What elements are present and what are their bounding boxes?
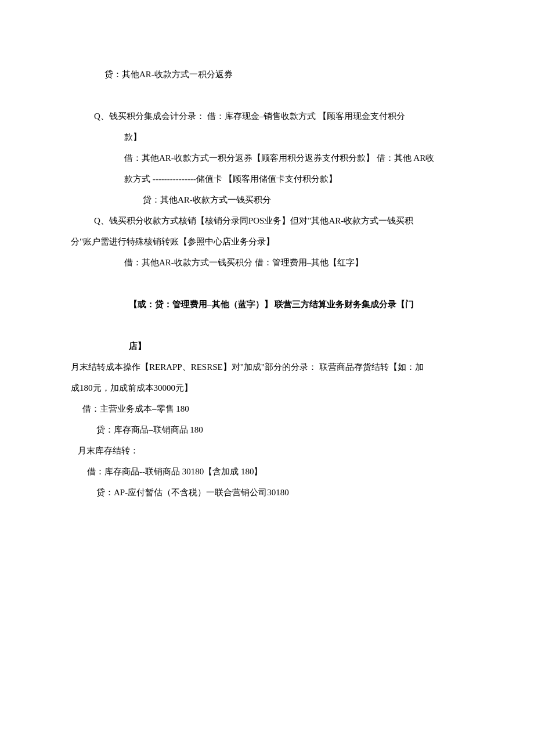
text-segment: 【或：贷：管理费用–其他（蓝字）】 [129, 300, 273, 309]
text-line: 借：主营业务成本–零售 180 [71, 398, 463, 419]
text-line: 借：库存商品--联销商品 30180【含加成 180】 [71, 461, 463, 482]
spacer [71, 273, 463, 294]
text-line: 贷：库存商品–联销商品 180 [71, 419, 463, 440]
text-line: 贷：AP-应付暂估（不含税）一联合营销公司30180 [71, 482, 463, 503]
text-line: 贷：其他AR-收款方式一钱买积分 [71, 189, 463, 210]
text-line: 贷：其他AR-收款方式一积分返券 [71, 64, 463, 85]
text-line: 分"账户需进行特殊核销转账【参照中心店业务分录】 [71, 231, 463, 252]
spacer [71, 315, 463, 336]
text-line: 借：其他AR-收款方式一积分返券【顾客用积分返券支付积分款】 借：其他 AR收 [71, 147, 463, 168]
text-line: 款】 [71, 127, 463, 147]
text-line: 月末库存结转： [71, 440, 463, 461]
spacer [71, 85, 463, 106]
text-line: 成180元，加成前成本30000元】 [71, 377, 463, 398]
text-line: 借：其他AR-收款方式一钱买积分 借：管理费用–其他【红字】 [71, 252, 463, 273]
text-line: 款方式 ---------------储值卡 【顾客用储值卡支付积分款】 [71, 168, 463, 189]
text-line: Q、钱买积分收款方式核销【核销分录同POS业务】但对"其他AR-收款方式一钱买积 [71, 210, 463, 231]
heading-line: 店】 [71, 336, 463, 357]
text-line: Q、钱买积分集成会计分录： 借：库存现金–销售收款方式 【顾客用现金支付积分 [71, 106, 463, 127]
heading-line: 【或：贷：管理费用–其他（蓝字）】 联营三方结算业务财务集成分录【门 [71, 294, 463, 315]
text-line: 月末结转成本操作【RERAPP、RESRSE】对"加成"部分的分录： 联营商品存… [71, 357, 463, 377]
heading-segment: 联营三方结算业务财务集成分录【门 [273, 300, 414, 309]
